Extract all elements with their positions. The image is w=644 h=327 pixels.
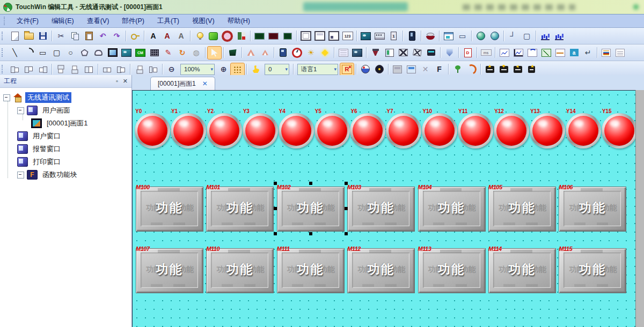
align-bottom-icon[interactable] bbox=[82, 63, 96, 76]
space-horizontal-icon[interactable] bbox=[133, 63, 146, 76]
screen-canvas[interactable]: Y0Y1Y2Y3Y4Y5Y6Y7Y10Y11Y12Y13Y14Y15M100功能… bbox=[132, 90, 636, 327]
rotate-tool-icon[interactable]: ↻ bbox=[175, 47, 189, 59]
plant-icon[interactable] bbox=[451, 63, 464, 76]
spark-icon[interactable] bbox=[318, 47, 332, 59]
lock-3-icon[interactable] bbox=[511, 63, 524, 76]
lamp-Y4[interactable]: Y4 bbox=[279, 108, 315, 155]
rounded-rect-tool-icon[interactable]: ▢ bbox=[50, 47, 63, 59]
key-icon[interactable] bbox=[128, 30, 142, 42]
window-blank-icon[interactable]: ▭ bbox=[456, 30, 469, 42]
function-button-M104[interactable]: M104功能功能功能 bbox=[418, 185, 486, 232]
stamp-1-icon[interactable] bbox=[397, 47, 410, 59]
digital-display-icon[interactable] bbox=[299, 30, 312, 42]
scale-1-icon[interactable] bbox=[244, 47, 258, 59]
lamp-Y6[interactable]: Y6 bbox=[350, 108, 386, 155]
menu-item-3[interactable]: 部件(P) bbox=[116, 16, 150, 27]
selection-handle[interactable] bbox=[345, 182, 348, 185]
led-display-green-icon[interactable] bbox=[253, 30, 266, 42]
histogram-2-icon[interactable] bbox=[552, 30, 566, 42]
picture-display-icon[interactable] bbox=[359, 30, 372, 42]
undo-icon[interactable]: ↶ bbox=[96, 30, 109, 42]
histogram-1-icon[interactable] bbox=[538, 30, 552, 42]
disc-icon[interactable] bbox=[425, 47, 438, 59]
function-button-M102[interactable]: M102功能功能功能 bbox=[277, 185, 345, 232]
toolbar-grip[interactable] bbox=[2, 65, 5, 73]
stamp-color-icon[interactable] bbox=[405, 63, 418, 76]
pen-tool-icon[interactable]: ✎ bbox=[162, 47, 175, 59]
dropdown-arrow-icon[interactable]: ▾ bbox=[285, 66, 288, 72]
save-icon[interactable] bbox=[36, 30, 49, 42]
hand-icon[interactable] bbox=[249, 63, 262, 76]
delete-icon[interactable]: ✕ bbox=[419, 63, 432, 76]
align-top-icon[interactable] bbox=[54, 63, 68, 76]
lock-2-icon[interactable] bbox=[497, 63, 510, 76]
language-select-combo[interactable]: 语言1▾ bbox=[297, 64, 338, 75]
function-button-M101[interactable]: M101功能功能功能 bbox=[206, 185, 274, 232]
led-display-red-icon[interactable] bbox=[267, 30, 280, 42]
tree-expander-icon[interactable] bbox=[17, 172, 24, 179]
lamp-Y3[interactable]: Y3 bbox=[243, 108, 279, 155]
selection-handle[interactable] bbox=[274, 207, 277, 210]
static-text-icon[interactable]: A bbox=[160, 30, 174, 42]
frame-tool-icon[interactable] bbox=[106, 47, 119, 59]
toolbar-grip[interactable] bbox=[2, 32, 5, 40]
bar-meter-icon[interactable] bbox=[383, 47, 396, 59]
selection-handle[interactable] bbox=[309, 182, 312, 185]
arc-tool-icon[interactable] bbox=[22, 47, 35, 59]
function-button-M106[interactable]: M106功能功能功能 bbox=[559, 185, 626, 232]
tree-item-2[interactable]: [00001]画面1 bbox=[0, 117, 131, 130]
text-icon[interactable]: A bbox=[147, 30, 160, 42]
list-color-icon[interactable] bbox=[599, 47, 613, 59]
lamp-button-icon[interactable] bbox=[221, 30, 234, 42]
round-rect-tool-icon[interactable]: ▢ bbox=[520, 30, 533, 42]
function-button-M103[interactable]: M103功能功能功能 bbox=[347, 185, 415, 232]
align-right-icon[interactable] bbox=[36, 63, 49, 76]
menu-item-1[interactable]: 编辑(E) bbox=[46, 16, 80, 27]
function-button-M114[interactable]: M114功能功能功能 bbox=[488, 247, 556, 294]
align-left-icon[interactable] bbox=[8, 63, 21, 76]
rectangle-tool-icon[interactable]: ▭ bbox=[36, 47, 49, 59]
grid-icon[interactable] bbox=[231, 63, 244, 76]
device-display-icon[interactable] bbox=[405, 30, 419, 42]
ball-dark-icon[interactable] bbox=[372, 63, 386, 76]
menu-item-0[interactable]: 文件(F) bbox=[11, 16, 45, 27]
bucket-tool-icon[interactable] bbox=[226, 47, 239, 59]
space-vertical-icon[interactable] bbox=[147, 63, 160, 76]
copy-icon[interactable] bbox=[68, 30, 82, 42]
ellipse-tool-icon[interactable]: ○ bbox=[64, 47, 77, 59]
tab-close-icon[interactable]: ✕ bbox=[202, 80, 208, 87]
menu-item-2[interactable]: 查看(V) bbox=[81, 16, 115, 27]
ball-colored-icon[interactable] bbox=[358, 63, 372, 76]
same-height-icon[interactable] bbox=[114, 63, 128, 76]
globe-download-icon[interactable] bbox=[474, 30, 487, 42]
same-width-icon[interactable] bbox=[100, 63, 114, 76]
dynamic-text-icon[interactable]: A bbox=[174, 30, 188, 42]
menu-item-5[interactable]: 视图(V) bbox=[186, 16, 221, 27]
function-button-M111[interactable]: M111功能功能功能 bbox=[277, 247, 345, 294]
redo-icon[interactable]: ↷ bbox=[110, 30, 123, 42]
lamp-Y10[interactable]: Y10 bbox=[422, 108, 458, 155]
scale-2-icon[interactable] bbox=[258, 47, 272, 59]
selection-handle[interactable] bbox=[345, 232, 348, 235]
lamp-Y15[interactable]: Y15 bbox=[602, 108, 636, 155]
touch-key-icon[interactable] bbox=[207, 30, 220, 42]
alarm-display-icon[interactable] bbox=[313, 30, 326, 42]
tree-item-5[interactable]: 打印窗口 bbox=[0, 155, 131, 168]
sector-tool-icon[interactable] bbox=[92, 47, 105, 59]
xy-chart-icon[interactable] bbox=[511, 47, 525, 59]
shield-icon[interactable] bbox=[443, 47, 456, 59]
function-key-icon[interactable]: F bbox=[433, 63, 446, 76]
lamp-Y0[interactable]: Y0 bbox=[135, 108, 171, 155]
trend-chart-icon[interactable] bbox=[497, 47, 511, 59]
bowl-icon[interactable] bbox=[423, 30, 437, 42]
tree-item-0[interactable]: 无线通讯测试 bbox=[0, 91, 131, 104]
zoom-in-icon[interactable]: ⊕ bbox=[217, 63, 230, 76]
green-chart-icon[interactable] bbox=[539, 47, 553, 59]
tree-item-4[interactable]: 报警窗口 bbox=[0, 143, 131, 155]
doc-red-icon[interactable]: D bbox=[461, 47, 474, 59]
tree-item-3[interactable]: 用户窗口 bbox=[0, 130, 131, 143]
cut-icon[interactable]: ✂ bbox=[54, 30, 68, 42]
gauge-icon[interactable] bbox=[290, 47, 304, 59]
tree-item-1[interactable]: 用户画面 bbox=[0, 104, 131, 117]
new-icon[interactable] bbox=[8, 30, 21, 42]
